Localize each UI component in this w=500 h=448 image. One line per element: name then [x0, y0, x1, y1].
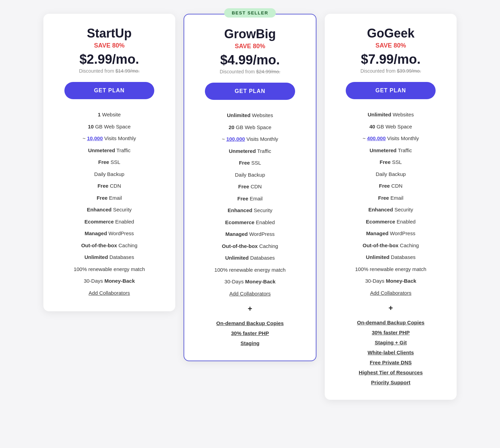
- feature-item: Unmetered Traffic: [334, 145, 447, 157]
- best-seller-badge: BEST SELLER: [224, 8, 276, 18]
- feature-item: 100% renewable energy match: [53, 263, 166, 275]
- feature-bold: Free: [238, 184, 249, 189]
- feature-bold: Unlimited: [366, 254, 389, 260]
- feature-text: Enabled: [254, 219, 275, 225]
- feature-bold: Free: [237, 196, 248, 201]
- features-list-growbig: Unlimited Websites20 GB Web Space~ 100,0…: [194, 110, 306, 300]
- feature-text: Traffic: [396, 147, 412, 153]
- extra-feature-item: 30% faster PHP: [334, 327, 447, 337]
- feature-bold: Managed: [85, 230, 107, 236]
- extra-feature-item: Staging: [194, 338, 306, 348]
- feature-text: Databases: [249, 255, 275, 261]
- plus-divider-growbig: +: [194, 304, 306, 313]
- feature-bold: Unlimited: [84, 254, 108, 260]
- feature-item: Free SSL: [53, 156, 166, 168]
- feature-bold: Out-of-the-box: [81, 242, 117, 248]
- feature-bold: Managed: [366, 230, 388, 236]
- feature-text: Caching: [398, 242, 419, 248]
- feature-item: 30-Days Money-Back: [334, 275, 447, 287]
- feature-item: Unlimited Websites: [194, 110, 306, 122]
- feature-text: Email: [389, 195, 404, 201]
- extra-feature-item: On-demand Backup Copies: [334, 317, 447, 327]
- feature-bold: Out-of-the-box: [363, 242, 398, 248]
- extra-feature-item: White-label Clients: [334, 347, 447, 357]
- feature-text: SSL: [250, 160, 261, 166]
- feature-item: Enhanced Security: [194, 205, 306, 217]
- feature-bold: 20: [229, 124, 235, 130]
- feature-item: Free Email: [53, 192, 166, 204]
- feature-text: CDN: [249, 184, 262, 189]
- feature-item: Out-of-the-box Caching: [194, 240, 306, 252]
- feature-text: Visits Monthly: [386, 135, 419, 141]
- feature-item: Free CDN: [194, 181, 306, 193]
- feature-text: Caching: [117, 242, 137, 248]
- feature-item: ~ 400,000 Visits Monthly: [334, 133, 447, 145]
- feature-suffix-bold: Money-Back: [245, 279, 275, 284]
- feature-text: SSL: [390, 159, 402, 165]
- feature-text: SSL: [109, 159, 121, 165]
- plan-name-growbig: GrowBig: [194, 27, 306, 41]
- feature-text: Caching: [258, 243, 278, 249]
- feature-text: Visits Monthly: [103, 135, 136, 141]
- extra-features-gogeek: On-demand Backup Copies30% faster PHPSta…: [334, 317, 447, 387]
- feature-item: 30-Days Money-Back: [53, 275, 166, 287]
- feature-item: Add Collaborators: [53, 287, 166, 299]
- feature-item: Ecommerce Enabled: [194, 217, 306, 229]
- feature-item: Out-of-the-box Caching: [53, 240, 166, 252]
- feature-text: Email: [107, 195, 122, 201]
- get-plan-btn-startup[interactable]: GET PLAN: [64, 82, 154, 99]
- tilde: ~: [363, 135, 367, 141]
- feature-text: 100% renewable energy match: [74, 266, 145, 272]
- tilde: ~: [222, 136, 226, 142]
- get-plan-btn-growbig[interactable]: GET PLAN: [205, 83, 295, 100]
- get-plan-btn-gogeek[interactable]: GET PLAN: [346, 82, 436, 99]
- feature-text: Visits Monthly: [245, 136, 278, 142]
- feature-bold: Free: [98, 159, 109, 165]
- feature-item: Free Email: [194, 193, 306, 205]
- feature-item: 30-Days Money-Back: [194, 276, 306, 288]
- feature-bold: Free: [239, 160, 250, 166]
- feature-bold: Unlimited: [225, 255, 249, 261]
- feature-item: 1 Website: [53, 109, 166, 121]
- feature-text: Traffic: [256, 148, 271, 154]
- feature-item: Managed WordPress: [194, 228, 306, 240]
- feature-text: GB Web Space: [94, 124, 131, 129]
- feature-text: Databases: [389, 254, 416, 260]
- feature-suffix-bold: Money-Back: [386, 278, 416, 284]
- plan-card-startup: StartUpSAVE 80%$2.99/mo.Discounted from …: [43, 14, 175, 311]
- feature-bold: Enhanced: [228, 207, 254, 213]
- plan-card-growbig: BEST SELLERGrowBigSAVE 80%$4.99/mo.Disco…: [184, 14, 317, 361]
- feature-item: Daily Backup: [194, 169, 306, 181]
- feature-item: Unlimited Websites: [334, 109, 447, 121]
- feature-bold: Ecommerce: [366, 219, 395, 225]
- extra-feature-item: Highest Tier of Resources: [334, 367, 447, 377]
- feature-bold: Unmetered: [88, 147, 115, 153]
- feature-text: WordPress: [248, 231, 274, 237]
- price-startup: $2.99/mo.: [53, 52, 166, 67]
- feature-item: Unmetered Traffic: [194, 145, 306, 157]
- feature-text: Databases: [108, 254, 134, 260]
- feature-item: Ecommerce Enabled: [53, 216, 166, 228]
- plan-name-gogeek: GoGeek: [334, 26, 447, 41]
- feature-text: Add Collaborators: [370, 290, 412, 296]
- feature-bold: Unmetered: [229, 148, 256, 154]
- tilde: ~: [83, 135, 87, 141]
- original-price-startup: Discounted from $14.99/mo.: [53, 68, 166, 74]
- feature-bold: 10: [88, 124, 94, 129]
- feature-item: Daily Backup: [334, 168, 447, 180]
- feature-text: Traffic: [115, 147, 131, 153]
- feature-item: ~ 10,000 Visits Monthly: [53, 133, 166, 145]
- feature-text: CDN: [390, 183, 403, 189]
- feature-item: Add Collaborators: [194, 288, 306, 300]
- feature-item: Unlimited Databases: [53, 251, 166, 263]
- feature-text: WordPress: [107, 230, 134, 236]
- feature-text: Daily Backup: [235, 172, 265, 178]
- feature-item: Add Collaborators: [334, 287, 447, 299]
- feature-text: Security: [113, 207, 132, 212]
- feature-text: GB Web Space: [375, 124, 412, 129]
- feature-bold: Out-of-the-box: [222, 243, 258, 249]
- feature-text: Add Collaborators: [88, 290, 130, 296]
- extra-feature-item: Free Private DNS: [334, 357, 447, 367]
- feature-text: Websites: [250, 112, 273, 118]
- feature-bold: Free: [97, 195, 108, 201]
